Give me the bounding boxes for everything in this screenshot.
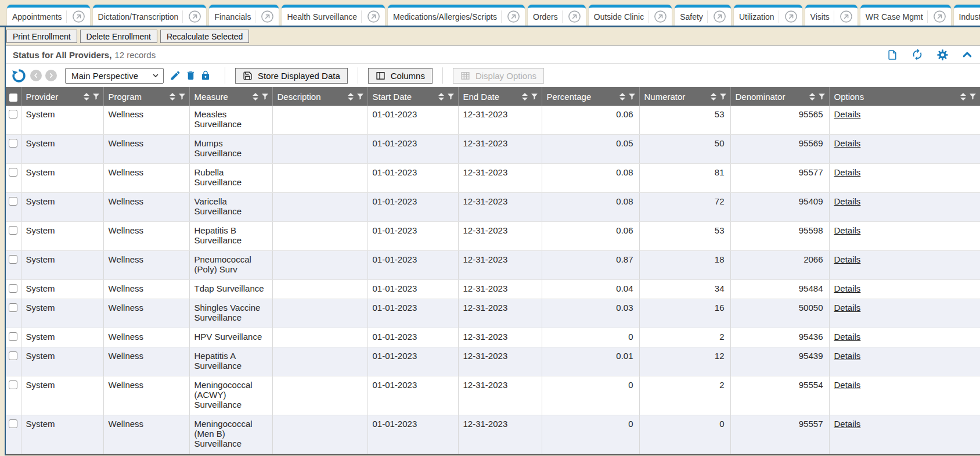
sort-icon[interactable]: [170, 93, 175, 100]
row-checkbox[interactable]: [9, 380, 17, 389]
row-checkbox[interactable]: [9, 284, 17, 293]
popout-icon[interactable]: [565, 10, 583, 23]
cell-program: Wellness: [103, 347, 189, 376]
details-link[interactable]: Details: [834, 419, 861, 429]
popout-icon[interactable]: [70, 10, 88, 23]
details-link[interactable]: Details: [834, 332, 861, 342]
filter-icon[interactable]: [628, 92, 636, 100]
tab-industrial[interactable]: Industrial: [954, 5, 980, 26]
grid-toolbar: Main Perspective Store Displayed Data: [6, 64, 980, 87]
filter-icon[interactable]: [969, 92, 977, 100]
details-link[interactable]: Details: [834, 196, 861, 206]
filter-icon[interactable]: [356, 92, 364, 100]
tab-safety[interactable]: Safety: [675, 5, 731, 26]
details-link[interactable]: Details: [834, 380, 861, 390]
filter-icon[interactable]: [92, 92, 100, 100]
details-link[interactable]: Details: [834, 254, 861, 264]
nav-back-icon[interactable]: [30, 70, 42, 81]
sort-icon[interactable]: [960, 93, 966, 100]
columns-button[interactable]: Columns: [368, 68, 433, 84]
filter-icon[interactable]: [719, 92, 727, 100]
filter-icon[interactable]: [818, 92, 826, 100]
filter-icon[interactable]: [261, 92, 269, 100]
sort-icon[interactable]: [809, 93, 815, 100]
tab-health-surveillance[interactable]: Health Surveillance: [282, 5, 385, 26]
select-all-checkbox[interactable]: [9, 94, 17, 102]
row-checkbox[interactable]: [9, 255, 17, 264]
sort-icon[interactable]: [438, 93, 444, 100]
column-header-program[interactable]: Program: [103, 87, 189, 106]
undo-icon[interactable]: [12, 69, 26, 83]
popout-icon[interactable]: [711, 10, 729, 23]
sort-icon[interactable]: [253, 93, 258, 100]
cell-program: Wellness: [103, 299, 189, 328]
lock-icon[interactable]: [200, 70, 211, 81]
column-header-denominator[interactable]: Denominator: [730, 87, 829, 106]
filter-icon[interactable]: [531, 92, 538, 100]
column-header-description[interactable]: Description: [272, 87, 368, 106]
tab-utilization[interactable]: Utilization: [734, 5, 802, 26]
tab-label: Industrial: [959, 12, 980, 21]
store-displayed-data-button[interactable]: Store Displayed Data: [235, 68, 348, 84]
sort-icon[interactable]: [348, 93, 354, 100]
popout-icon[interactable]: [837, 10, 855, 23]
tab-orders[interactable]: Orders: [528, 5, 586, 26]
delete-enrollment-button[interactable]: Delete Enrollment: [80, 30, 157, 43]
print-enrollment-button[interactable]: Print Enrollment: [6, 30, 77, 43]
popout-icon[interactable]: [651, 10, 669, 23]
column-header-provider[interactable]: Provider: [21, 87, 103, 106]
tab-visits[interactable]: Visits: [805, 5, 858, 26]
recalculate-selected-button[interactable]: Recalculate Selected: [160, 30, 250, 43]
column-header-numerator[interactable]: Numerator: [639, 87, 730, 106]
details-link[interactable]: Details: [834, 225, 861, 235]
row-checkbox[interactable]: [9, 226, 17, 235]
row-checkbox[interactable]: [9, 351, 17, 360]
row-checkbox[interactable]: [9, 197, 17, 206]
row-checkbox[interactable]: [9, 110, 17, 119]
popout-icon[interactable]: [931, 10, 949, 23]
gear-icon[interactable]: [936, 49, 949, 61]
row-checkbox[interactable]: [9, 419, 17, 428]
popout-icon[interactable]: [365, 10, 383, 23]
row-checkbox[interactable]: [9, 303, 17, 312]
edit-pencil-icon[interactable]: [170, 70, 181, 81]
details-link[interactable]: Details: [834, 303, 861, 313]
tab-outside-clinic[interactable]: Outside Clinic: [589, 5, 672, 26]
tab-wr-case-mgmt[interactable]: WR Case Mgmt: [860, 5, 951, 26]
tab-label: Outside Clinic: [594, 12, 644, 21]
tab-financials[interactable]: Financials: [209, 5, 279, 26]
sort-icon[interactable]: [711, 93, 716, 100]
new-document-icon[interactable]: [887, 49, 898, 61]
column-header-end-date[interactable]: End Date: [458, 87, 542, 106]
sort-icon[interactable]: [84, 93, 89, 100]
row-checkbox[interactable]: [9, 139, 17, 148]
popout-icon[interactable]: [258, 10, 276, 23]
details-link[interactable]: Details: [834, 351, 861, 361]
sort-icon[interactable]: [522, 93, 528, 100]
row-checkbox[interactable]: [9, 332, 17, 341]
sort-icon[interactable]: [619, 93, 625, 100]
trash-icon[interactable]: [185, 70, 196, 81]
column-header-percentage[interactable]: Percentage: [542, 87, 639, 106]
details-link[interactable]: Details: [834, 283, 861, 293]
collapse-chevron-icon[interactable]: [961, 49, 973, 60]
filter-icon[interactable]: [447, 92, 455, 100]
filter-icon[interactable]: [178, 92, 186, 100]
column-header-start-date[interactable]: Start Date: [368, 87, 458, 106]
popout-icon[interactable]: [186, 10, 204, 23]
refresh-icon[interactable]: [911, 48, 924, 61]
row-checkbox[interactable]: [9, 168, 17, 177]
perspective-select[interactable]: Main Perspective: [65, 68, 164, 84]
details-link[interactable]: Details: [834, 167, 861, 177]
nav-forward-icon[interactable]: [45, 70, 57, 81]
details-link[interactable]: Details: [834, 109, 861, 119]
column-header-measure[interactable]: Measure: [189, 87, 272, 106]
popout-icon[interactable]: [505, 10, 523, 23]
column-header-options[interactable]: Options: [829, 87, 980, 106]
tab-medications-allergies-scripts[interactable]: Medications/Allergies/Scripts: [388, 5, 525, 26]
cell-options: Details: [829, 376, 980, 415]
details-link[interactable]: Details: [834, 138, 861, 148]
tab-appointments[interactable]: Appointments: [7, 5, 90, 26]
popout-icon[interactable]: [782, 10, 800, 23]
tab-dictation-transcription[interactable]: Dictation/Transcription: [93, 5, 207, 26]
